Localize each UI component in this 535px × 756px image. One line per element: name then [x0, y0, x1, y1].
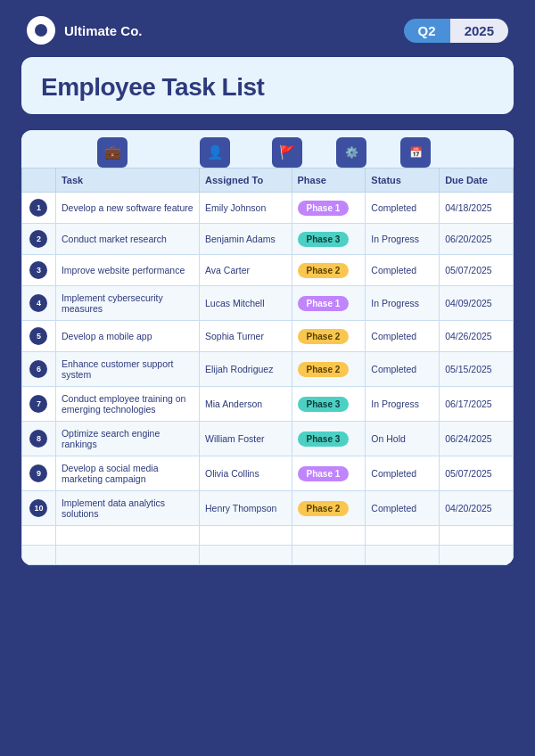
table-row: 8 Optimize search engine rankings Willia…	[22, 422, 514, 456]
header: Ultimate Co. Q2 2025	[0, 0, 535, 57]
phase-icon: 🚩	[272, 137, 302, 168]
empty-row	[22, 546, 514, 565]
row-number-cell: 9	[22, 456, 56, 491]
assigned-cell: Benjamin Adams	[199, 224, 292, 255]
status-icon-cell: ⚙️	[319, 137, 383, 168]
phase-cell: Phase 2	[292, 491, 366, 526]
row-number: 7	[29, 395, 47, 413]
icon-row: 💼 👤 🚩 ⚙️ 📅	[21, 137, 514, 168]
row-number-cell: 2	[22, 224, 56, 255]
logo-area: Ultimate Co.	[27, 16, 143, 45]
row-number-cell: 5	[22, 321, 56, 352]
task-icon: 💼	[97, 137, 128, 168]
icon-row-wrapper: 💼 👤 🚩 ⚙️ 📅	[21, 130, 514, 168]
table-container: 💼 👤 🚩 ⚙️ 📅 Task	[21, 130, 514, 565]
row-number: 9	[29, 464, 47, 482]
row-number-cell: 6	[22, 352, 56, 387]
table-row: 3 Improve website performance Ava Carter…	[22, 255, 514, 286]
due-date-cell: 04/09/2025	[440, 286, 514, 321]
col-due-header: Due Date	[440, 168, 514, 193]
assigned-icon: 👤	[200, 137, 230, 168]
col-assigned-header: Assigned To	[199, 168, 292, 193]
row-number: 5	[29, 327, 47, 345]
status-cell: Completed	[366, 321, 440, 352]
row-number: 3	[29, 261, 47, 279]
task-cell: Develop a mobile app	[55, 321, 199, 352]
row-number-cell: 10	[22, 491, 56, 526]
phase-cell: Phase 2	[292, 352, 366, 387]
status-cell: Completed	[366, 491, 440, 526]
due-date-cell: 06/17/2025	[440, 387, 514, 422]
phase-cell: Phase 3	[292, 224, 366, 255]
status-cell: Completed	[366, 193, 440, 224]
phase-cell: Phase 2	[292, 255, 366, 286]
table-row: 10 Implement data analytics solutions He…	[22, 491, 514, 526]
task-cell: Optimize search engine rankings	[55, 422, 199, 456]
due-date-cell: 05/07/2025	[440, 456, 514, 491]
assigned-cell: Henry Thompson	[199, 491, 292, 526]
header-right: Q2 2025	[404, 19, 508, 43]
phase-cell: Phase 1	[292, 456, 366, 491]
phase-cell: Phase 1	[292, 286, 366, 321]
row-number-cell: 8	[22, 422, 56, 456]
phase-cell: Phase 3	[292, 422, 366, 456]
phase-badge: Phase 2	[298, 329, 350, 344]
assigned-icon-cell: 👤	[175, 137, 255, 168]
phase-badge: Phase 3	[298, 232, 350, 247]
col-status-header: Status	[366, 168, 440, 193]
assigned-cell: Olivia Collins	[199, 456, 292, 491]
col-phase-header: Phase	[292, 168, 366, 193]
row-number-cell: 4	[22, 286, 56, 321]
table-row: 5 Develop a mobile app Sophia Turner Pha…	[22, 321, 514, 352]
phase-badge: Phase 2	[298, 362, 350, 377]
assigned-cell: Ava Carter	[199, 255, 292, 286]
page-title: Employee Task List	[41, 73, 494, 102]
logo-icon	[27, 16, 55, 45]
task-table: Task Assigned To Phase Status Due Date 1…	[21, 168, 514, 565]
assigned-cell: Elijah Rodriguez	[199, 352, 292, 387]
row-number: 8	[29, 430, 47, 448]
phase-badge: Phase 1	[298, 201, 350, 216]
phase-badge: Phase 3	[298, 431, 350, 447]
row-number-cell: 7	[22, 387, 56, 422]
quarter-badge: Q2	[404, 19, 450, 43]
row-number-cell: 3	[22, 255, 56, 286]
status-icon: ⚙️	[336, 137, 366, 168]
phase-badge: Phase 1	[298, 296, 350, 311]
phase-badge: Phase 2	[298, 263, 350, 278]
task-cell: Implement cybersecurity measures	[55, 286, 199, 321]
status-cell: In Progress	[366, 286, 440, 321]
status-cell: Completed	[366, 255, 440, 286]
task-cell: Improve website performance	[55, 255, 199, 286]
due-date-cell: 04/18/2025	[440, 193, 514, 224]
status-cell: In Progress	[366, 224, 440, 255]
status-cell: In Progress	[366, 387, 440, 422]
phase-cell: Phase 3	[292, 387, 366, 422]
phase-cell: Phase 1	[292, 193, 366, 224]
assigned-cell: Emily Johnson	[199, 193, 292, 224]
task-cell: Enhance customer support system	[55, 352, 199, 387]
phase-badge: Phase 3	[298, 397, 350, 412]
due-date-cell: 05/15/2025	[440, 352, 514, 387]
table-row: 7 Conduct employee training on emerging …	[22, 387, 514, 422]
status-cell: Completed	[366, 352, 440, 387]
empty-row	[22, 526, 514, 546]
logo-text: Ultimate Co.	[64, 23, 143, 38]
task-cell: Conduct employee training on emerging te…	[55, 387, 199, 422]
task-cell: Conduct market research	[55, 224, 199, 255]
col-num	[22, 168, 56, 193]
due-date-cell: 04/20/2025	[440, 491, 514, 526]
assigned-cell: Sophia Turner	[199, 321, 292, 352]
phase-icon-cell: 🚩	[255, 137, 319, 168]
due-icon: 📅	[400, 137, 431, 168]
row-number: 4	[29, 294, 47, 312]
row-number-cell: 1	[22, 193, 56, 224]
due-icon-cell: 📅	[383, 137, 448, 168]
due-date-cell: 06/20/2025	[440, 224, 514, 255]
row-number: 6	[29, 360, 47, 378]
phase-cell: Phase 2	[292, 321, 366, 352]
assigned-cell: Lucas Mitchell	[199, 286, 292, 321]
assigned-cell: Mia Anderson	[199, 387, 292, 422]
year-badge: 2025	[450, 19, 508, 43]
due-date-cell: 04/26/2025	[440, 321, 514, 352]
